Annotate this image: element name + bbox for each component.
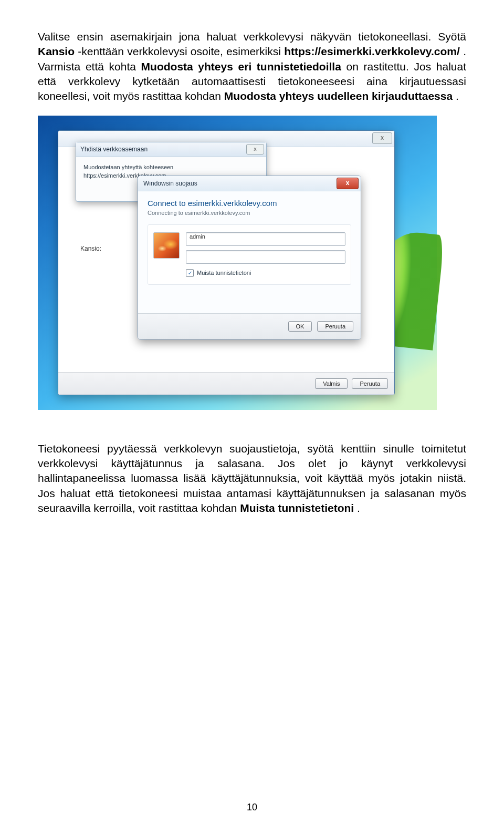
wizard-footer: Valmis Peruuta [58, 372, 394, 395]
credentials-title: Windowsin suojaus [143, 180, 197, 187]
close-icon[interactable]: x [246, 144, 264, 155]
instruction-paragraph-1: Valitse ensin asemakirjain jona haluat v… [38, 29, 466, 104]
bold: Muodosta yhteys uudelleen kirjauduttaess… [224, 90, 453, 102]
page-number: 10 [0, 802, 504, 813]
credentials-fields: admin ✓ Muista tunnistetietoni [186, 232, 345, 277]
bold: Muista tunnistetietoni [240, 502, 354, 514]
user-avatar-icon [153, 232, 180, 259]
bold: https://esimerkki.verkkolevy.com/ [284, 45, 460, 57]
text: Valitse ensin asemakirjain jona haluat v… [38, 30, 466, 43]
ok-button[interactable]: OK [288, 321, 312, 332]
cancel-button[interactable]: Peruuta [352, 378, 388, 389]
bold: Kansio [38, 45, 75, 57]
text: . [456, 90, 459, 102]
progress-text-line: Muodostetaan yhteyttä kohteeseen [83, 163, 259, 172]
bold: Muodosta yhteys eri tunnistetiedoilla [141, 60, 341, 73]
text: -kenttään verkkolevysi osoite, esimerkik… [78, 45, 284, 57]
progress-titlebar: Yhdistä verkkoasemaan x [76, 142, 266, 157]
credentials-footer: OK Peruuta [138, 313, 361, 339]
credentials-body: Connect to esimerkki.verkkolevy.com Conn… [138, 191, 361, 291]
remember-checkbox[interactable]: ✓ [186, 269, 194, 277]
progress-title: Yhdistä verkkoasemaan [80, 146, 148, 153]
username-field[interactable]: admin [186, 232, 345, 246]
text: . [357, 502, 360, 514]
credentials-subheading: Connecting to esimerkki.verkkolevy.com [148, 210, 351, 216]
screenshot-desktop: x Kansio: Valmis Peruuta Yhdistä verkkoa… [38, 116, 437, 410]
password-field[interactable] [186, 250, 345, 264]
instruction-paragraph-2: Tietokoneesi pyytäessä verkkolevyn suoja… [38, 441, 466, 516]
credentials-row: admin ✓ Muista tunnistetietoni [148, 224, 351, 285]
cancel-button[interactable]: Peruuta [317, 321, 353, 332]
credentials-dialog: Windowsin suojaus x Connect to esimerkki… [138, 176, 361, 339]
close-icon[interactable]: x [337, 178, 359, 189]
finish-button[interactable]: Valmis [315, 378, 348, 389]
credentials-titlebar: Windowsin suojaus x [138, 176, 361, 191]
credentials-heading: Connect to esimerkki.verkkolevy.com [148, 199, 351, 208]
folder-label: Kansio: [80, 245, 101, 252]
remember-label: Muista tunnistetietoni [197, 270, 251, 276]
close-icon[interactable]: x [372, 132, 392, 144]
remember-row: ✓ Muista tunnistetietoni [186, 268, 345, 277]
